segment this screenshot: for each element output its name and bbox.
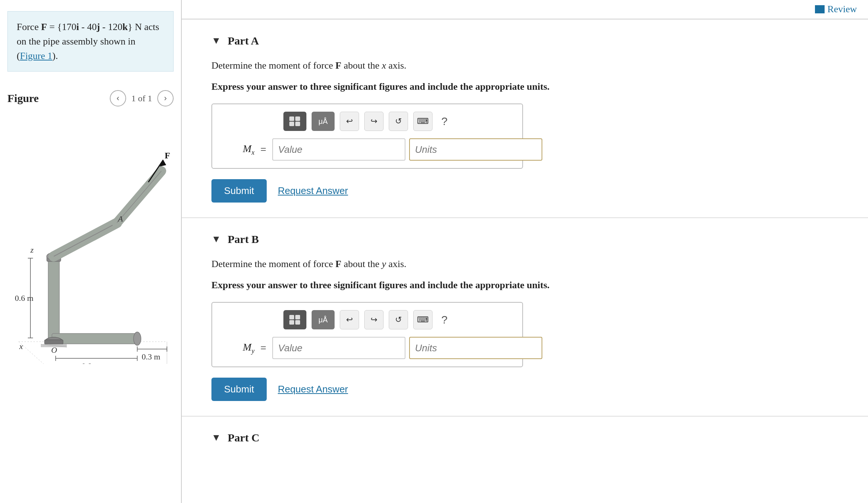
redo-button-b[interactable]: ↪	[364, 310, 384, 329]
figure-navigation: ‹ 1 of 1 ›	[110, 90, 174, 106]
review-link[interactable]: Review	[815, 4, 857, 15]
svg-rect-44	[289, 320, 294, 325]
part-c-section: ▼ Part C	[182, 416, 868, 451]
problem-text: Force F = {170i - 40j - 120k} N acts on …	[17, 22, 159, 61]
review-icon	[815, 5, 825, 13]
part-b-collapse-arrow[interactable]: ▼	[211, 234, 221, 245]
keyboard-button-a[interactable]: ⌨	[413, 112, 433, 131]
undo-button-a[interactable]: ↩	[340, 112, 359, 131]
svg-rect-43	[295, 315, 300, 319]
part-b-units-input[interactable]	[409, 337, 542, 359]
j-hat: j	[97, 22, 100, 32]
part-b-title: Part B	[228, 233, 259, 246]
part-b-answer-box: μÅ ↩ ↪ ↺ ⌨ ? My =	[211, 302, 523, 367]
svg-rect-42	[289, 315, 294, 319]
part-a-request-link[interactable]: Request Answer	[278, 185, 348, 197]
part-a-input-row: Mx =	[221, 138, 513, 161]
part-b-value-input[interactable]	[272, 337, 405, 359]
problem-statement: Force F = {170i - 40j - 120k} N acts on …	[7, 11, 174, 72]
svg-rect-45	[295, 320, 300, 325]
figure-svg: x y z F	[7, 112, 174, 364]
svg-rect-33	[45, 340, 63, 344]
refresh-icon-a: ↺	[395, 116, 402, 126]
part-a-description: Determine the moment of force F about th…	[211, 58, 846, 73]
redo-button-a[interactable]: ↪	[364, 112, 384, 131]
part-b-header: ▼ Part B	[211, 233, 846, 246]
part-a-axis: x	[382, 60, 386, 71]
svg-text:0.6 m: 0.6 m	[15, 293, 33, 303]
svg-point-10	[134, 332, 141, 345]
part-a-actions: Submit Request Answer	[211, 179, 846, 203]
svg-text:F: F	[165, 151, 170, 160]
part-b-equals: =	[260, 342, 266, 354]
refresh-button-a[interactable]: ↺	[389, 112, 408, 131]
part-b-label: My	[225, 341, 254, 355]
part-a-submit-button[interactable]: Submit	[211, 179, 267, 203]
left-panel: Force F = {170i - 40j - 120k} N acts on …	[0, 0, 182, 503]
top-bar: Review	[182, 0, 868, 19]
mu-label-a: μÅ	[319, 117, 328, 126]
svg-rect-6	[48, 256, 59, 342]
part-b-request-link[interactable]: Request Answer	[278, 384, 348, 395]
keyboard-button-b[interactable]: ⌨	[413, 310, 433, 329]
figure-page: 1 of 1	[131, 93, 152, 103]
force-F: F	[41, 22, 47, 32]
part-a-collapse-arrow[interactable]: ▼	[211, 35, 221, 46]
part-c-title: Part C	[228, 431, 260, 444]
mu-label-b: μÅ	[319, 316, 328, 324]
mu-button-b[interactable]: μÅ	[312, 310, 335, 329]
refresh-icon-b: ↺	[395, 315, 402, 325]
help-button-a[interactable]: ?	[438, 115, 451, 128]
part-b-section: ▼ Part B Determine the moment of force F…	[182, 217, 868, 416]
k-hat: k	[122, 22, 128, 32]
mu-button-a[interactable]: μÅ	[312, 112, 335, 131]
undo-icon-b: ↩	[346, 315, 353, 325]
right-panel: Review ▼ Part A Determine the moment of …	[182, 0, 868, 503]
part-a-label: Mx	[225, 143, 254, 157]
keyboard-icon-a: ⌨	[417, 116, 429, 126]
figure-prev-button[interactable]: ‹	[110, 90, 126, 106]
figure-section: Figure ‹ 1 of 1 › x y z	[7, 90, 174, 364]
part-b-toolbar: μÅ ↩ ↪ ↺ ⌨ ?	[221, 310, 513, 329]
part-b-instruction: Express your answer to three significant…	[211, 278, 846, 292]
help-icon-a: ?	[441, 115, 448, 127]
refresh-button-b[interactable]: ↺	[389, 310, 408, 329]
part-a-instruction: Express your answer to three significant…	[211, 79, 846, 94]
undo-button-b[interactable]: ↩	[340, 310, 359, 329]
part-b-F: F	[335, 259, 341, 269]
undo-icon-a: ↩	[346, 116, 353, 126]
matrix-button-a[interactable]	[283, 112, 306, 131]
i-hat: i	[76, 22, 79, 32]
review-label: Review	[828, 4, 857, 15]
part-a-equals: =	[260, 144, 266, 155]
svg-text:A: A	[117, 214, 123, 223]
svg-text:0.3 m: 0.3 m	[142, 352, 160, 361]
part-c-collapse-arrow[interactable]: ▼	[211, 432, 221, 443]
part-a-units-input[interactable]	[409, 138, 542, 161]
help-button-b[interactable]: ?	[438, 313, 451, 326]
part-b-axis: y	[382, 259, 386, 269]
svg-rect-9	[52, 333, 137, 344]
help-icon-b: ?	[441, 313, 448, 326]
part-b-actions: Submit Request Answer	[211, 378, 846, 401]
figure-title: Figure	[7, 92, 39, 105]
figure-header: Figure ‹ 1 of 1 ›	[7, 90, 174, 106]
part-a-value-input[interactable]	[272, 138, 405, 161]
part-b-submit-button[interactable]: Submit	[211, 378, 267, 401]
svg-rect-40	[289, 122, 294, 126]
matrix-icon-a	[289, 116, 301, 126]
redo-icon-a: ↪	[371, 116, 377, 126]
redo-icon-b: ↪	[371, 315, 377, 325]
part-b-input-row: My =	[221, 337, 513, 359]
figure-image: x y z F	[7, 112, 174, 364]
svg-text:y: y	[164, 360, 169, 364]
figure-next-button[interactable]: ›	[157, 90, 174, 106]
figure-link[interactable]: Figure 1	[20, 50, 52, 61]
matrix-button-b[interactable]	[283, 310, 306, 329]
svg-line-12	[54, 223, 117, 256]
part-b-description: Determine the moment of force F about th…	[211, 257, 846, 271]
part-a-answer-box: μÅ ↩ ↪ ↺ ⌨ ? Mx =	[211, 103, 523, 169]
matrix-icon-b	[289, 315, 301, 325]
svg-text:x: x	[19, 342, 23, 351]
part-a-F: F	[335, 60, 341, 71]
